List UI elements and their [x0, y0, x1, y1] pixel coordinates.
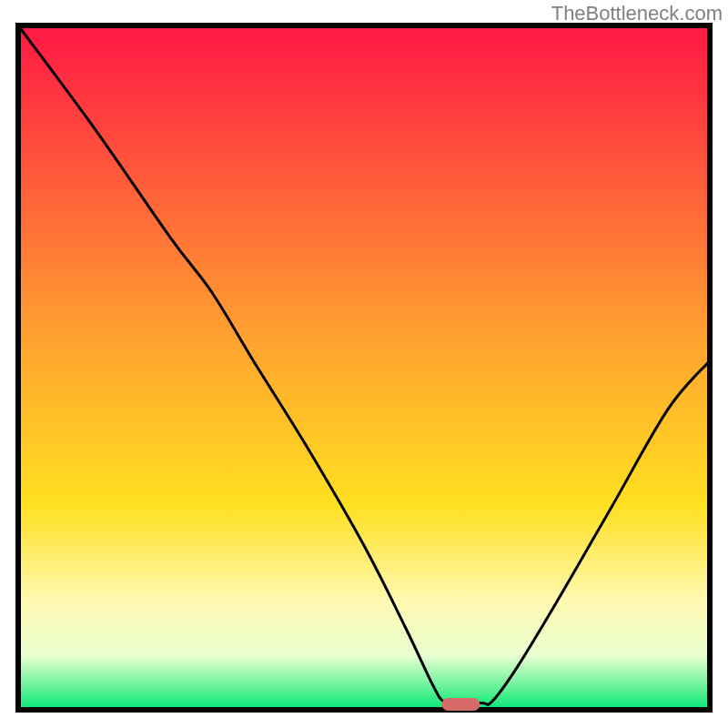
chart-container: TheBottleneck.com [0, 0, 728, 728]
bottleneck-chart [0, 0, 728, 728]
gradient-background [18, 25, 710, 710]
optimal-zone-marker [442, 698, 480, 711]
watermark-text: TheBottleneck.com [551, 2, 723, 25]
